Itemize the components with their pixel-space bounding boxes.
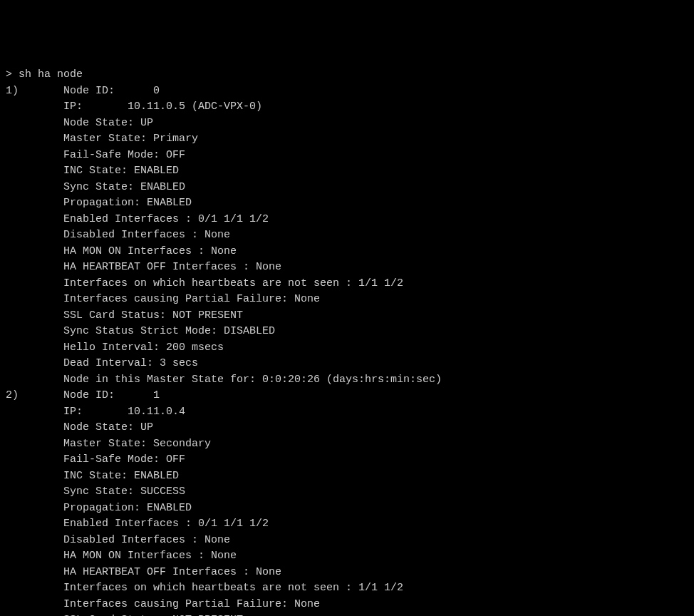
field-value: None bbox=[294, 293, 320, 305]
node-line: 1) Node ID: 0 bbox=[6, 83, 688, 100]
node-index: 1) bbox=[6, 85, 19, 97]
node-line: SSL Card Status: NOT PRESENT bbox=[6, 612, 688, 616]
field-label: Sync Status Strict Mode: bbox=[63, 325, 217, 337]
node-line: Dead Interval: 3 secs bbox=[6, 356, 688, 372]
field-label: Fail-Safe Mode: bbox=[63, 149, 160, 161]
field-value: 10.11.0.4 bbox=[128, 406, 185, 418]
node-line: HA HEARTBEAT OFF Interfaces : None bbox=[6, 260, 688, 276]
field-value: None bbox=[204, 229, 230, 241]
field-label: Dead Interval: bbox=[63, 357, 153, 369]
node-line: Interfaces on which heartbeats are not s… bbox=[6, 276, 688, 292]
field-value: ENABLED bbox=[147, 502, 192, 514]
field-value: Primary bbox=[153, 133, 198, 145]
field-label: Node ID: bbox=[63, 85, 115, 97]
node-line: Sync Status Strict Mode: DISABLED bbox=[6, 324, 688, 340]
field-value: OFF bbox=[166, 149, 185, 161]
node-line: INC State: ENABLED bbox=[6, 163, 688, 180]
field-label: INC State: bbox=[63, 165, 128, 177]
field-value: 3 secs bbox=[160, 357, 198, 369]
field-label: Propagation: bbox=[63, 502, 140, 514]
node-line: Sync State: ENABLED bbox=[6, 180, 688, 196]
node-line: Fail-Safe Mode: OFF bbox=[6, 148, 688, 164]
node-line: IP: 10.11.0.5 (ADC-VPX-0) bbox=[6, 99, 688, 115]
field-label: Interfaces causing Partial Failure: bbox=[63, 293, 288, 305]
field-value: 10.11.0.5 (ADC-VPX-0) bbox=[128, 101, 262, 113]
field-value: 1/1 1/2 bbox=[358, 277, 403, 289]
node-line: Sync State: SUCCESS bbox=[6, 484, 688, 500]
field-value: None bbox=[211, 550, 237, 562]
field-label: INC State: bbox=[63, 470, 128, 482]
field-value: 0/1 1/1 1/2 bbox=[198, 518, 269, 530]
field-label: Node State: bbox=[63, 421, 134, 433]
field-label: Interfaces on which heartbeats are not s… bbox=[63, 277, 352, 289]
field-label: Disabled Interfaces : bbox=[63, 534, 198, 546]
field-value: 1/1 1/2 bbox=[358, 582, 403, 594]
field-value: UP bbox=[140, 421, 153, 433]
field-value: ENABLED bbox=[134, 470, 179, 482]
node-line: Enabled Interfaces : 0/1 1/1 1/2 bbox=[6, 516, 688, 533]
field-label: Enabled Interfaces : bbox=[63, 518, 192, 530]
node-line: Hello Interval: 200 msecs bbox=[6, 340, 688, 356]
field-label: Node ID: bbox=[63, 389, 115, 401]
node-line: Enabled Interfaces : 0/1 1/1 1/2 bbox=[6, 212, 688, 228]
field-label: HA HEARTBEAT OFF Interfaces : bbox=[63, 261, 249, 273]
field-value: ENABLED bbox=[140, 181, 185, 193]
node-line: Propagation: ENABLED bbox=[6, 195, 688, 212]
field-label: Disabled Interfaces : bbox=[63, 229, 198, 241]
node-line: Interfaces causing Partial Failure: None bbox=[6, 597, 688, 613]
field-label: IP: bbox=[63, 101, 83, 113]
node-line: IP: 10.11.0.4 bbox=[6, 404, 688, 421]
field-label: Fail-Safe Mode: bbox=[63, 453, 160, 466]
field-value: OFF bbox=[166, 453, 185, 466]
field-label: Enabled Interfaces : bbox=[63, 213, 192, 225]
field-value: SUCCESS bbox=[140, 486, 185, 498]
node-line: Node in this Master State for: 0:0:20:26… bbox=[6, 372, 688, 389]
field-label: Sync State: bbox=[63, 486, 134, 498]
field-value: DISABLED bbox=[224, 325, 275, 337]
node-line: HA MON ON Interfaces : None bbox=[6, 548, 688, 565]
field-label: IP: bbox=[63, 406, 83, 418]
node-line: Fail-Safe Mode: OFF bbox=[6, 452, 688, 468]
field-label: HA MON ON Interfaces : bbox=[63, 245, 204, 257]
field-value: None bbox=[211, 245, 237, 257]
node-line: HA HEARTBEAT OFF Interfaces : None bbox=[6, 565, 688, 581]
field-label: Interfaces causing Partial Failure: bbox=[63, 598, 288, 610]
node-line: HA MON ON Interfaces : None bbox=[6, 244, 688, 260]
field-label: Node State: bbox=[63, 117, 134, 129]
field-value: 0 bbox=[153, 85, 160, 97]
field-value: ENABLED bbox=[134, 165, 179, 177]
node-line: Node State: UP bbox=[6, 115, 688, 132]
field-label: Hello Interval: bbox=[63, 342, 160, 354]
node-line: Interfaces on which heartbeats are not s… bbox=[6, 580, 688, 597]
node-line: SSL Card Status: NOT PRESENT bbox=[6, 308, 688, 324]
node-index: 2) bbox=[6, 389, 19, 401]
command-line: > sh ha node bbox=[6, 67, 688, 83]
node-line: Propagation: ENABLED bbox=[6, 500, 688, 517]
node-line: Interfaces causing Partial Failure: None bbox=[6, 292, 688, 308]
field-label: Propagation: bbox=[63, 197, 140, 209]
field-value: Secondary bbox=[153, 438, 211, 450]
field-label: Master State: bbox=[63, 133, 147, 145]
field-value: NOT PRESENT bbox=[172, 309, 243, 322]
node-line: Disabled Interfaces : None bbox=[6, 227, 688, 244]
node-line: Master State: Secondary bbox=[6, 436, 688, 453]
command-text: sh ha node bbox=[19, 68, 83, 81]
field-value: None bbox=[204, 534, 230, 546]
field-value: ENABLED bbox=[147, 197, 192, 209]
field-value: None bbox=[256, 566, 281, 578]
terminal[interactable]: > sh ha node1) Node ID: 0 IP: 10.11.0.5 … bbox=[6, 67, 688, 616]
field-value: UP bbox=[140, 117, 153, 129]
field-label: Node in this Master State for: bbox=[63, 374, 256, 386]
node-line: INC State: ENABLED bbox=[6, 468, 688, 485]
field-label: HA HEARTBEAT OFF Interfaces : bbox=[63, 566, 249, 578]
field-label: SSL Card Status: bbox=[63, 309, 166, 322]
field-label: Master State: bbox=[63, 438, 147, 450]
node-line: 2) Node ID: 1 bbox=[6, 388, 688, 404]
field-value: 200 msecs bbox=[166, 342, 224, 354]
field-value: 0:0:20:26 (days:hrs:min:sec) bbox=[262, 374, 442, 386]
field-value: 0/1 1/1 1/2 bbox=[198, 213, 269, 225]
field-label: Sync State: bbox=[63, 181, 134, 193]
node-line: Node State: UP bbox=[6, 420, 688, 436]
field-value: 1 bbox=[153, 389, 160, 401]
node-line: Master State: Primary bbox=[6, 131, 688, 148]
